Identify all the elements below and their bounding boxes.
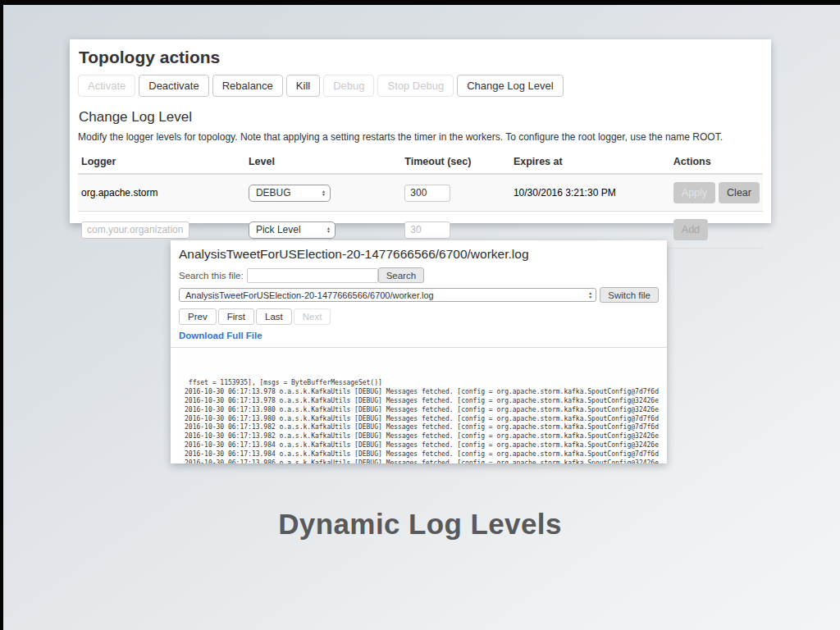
table-row: org.apache.storm DEBUG ▲▼ 10/30/2016 3:2…	[78, 174, 763, 212]
select-arrows-icon: ▲▼	[322, 189, 326, 197]
log-line: 2016-10-30 06:17:13.986 o.a.s.k.KafkaUti…	[185, 459, 659, 463]
log-line: 2016-10-30 06:17:13.982 o.a.s.k.KafkaUti…	[185, 432, 659, 441]
column-header-level: Level	[245, 149, 401, 174]
log-line: 2016-10-30 06:17:13.980 o.a.s.k.KafkaUti…	[185, 415, 659, 424]
change-log-level-heading: Change Log Level	[79, 109, 763, 126]
log-content: ffset = 1153935], [msgs = ByteBufferMess…	[179, 348, 659, 463]
table-header-row: Logger Level Timeout (sec) Expires at Ac…	[78, 149, 763, 174]
new-logger-input[interactable]	[81, 221, 189, 239]
search-button[interactable]: Search	[378, 267, 424, 283]
pagination-button[interactable]: Last	[256, 308, 292, 325]
select-arrows-icon: ▲▼	[588, 291, 592, 299]
column-header-actions: Actions	[670, 149, 763, 174]
apply-button[interactable]: Apply	[673, 182, 715, 203]
log-line: 2016-10-30 06:17:13.980 o.a.s.k.KafkaUti…	[185, 406, 659, 415]
column-header-timeout: Timeout (sec)	[401, 149, 510, 174]
topology-action-button[interactable]: Kill	[286, 75, 320, 97]
topology-action-button[interactable]: Activate	[78, 75, 135, 97]
download-full-file-link[interactable]: Download Full File	[179, 331, 659, 340]
log-line: 2016-10-30 06:17:13.978 o.a.s.k.KafkaUti…	[185, 397, 659, 406]
search-label: Search this file:	[179, 271, 244, 281]
slide-edge-left	[0, 0, 3, 630]
pagination-button[interactable]: Next	[294, 308, 331, 325]
pick-level-select-value: Pick Level	[256, 224, 301, 235]
topology-action-button[interactable]: Change Log Level	[457, 75, 564, 97]
log-file-title: AnalysisTweetForUSElection-20-1477666566…	[179, 244, 659, 267]
log-line: 2016-10-30 06:17:13.984 o.a.s.k.KafkaUti…	[185, 441, 659, 450]
logger-name-cell: org.apache.storm	[78, 174, 245, 212]
column-header-logger: Logger	[78, 149, 245, 174]
topology-panel-title: Topology actions	[78, 39, 763, 75]
log-level-table: Logger Level Timeout (sec) Expires at Ac…	[78, 149, 763, 249]
log-viewer-panel: AnalysisTweetForUSElection-20-1477666566…	[171, 240, 667, 463]
new-timeout-input[interactable]	[404, 221, 450, 239]
log-line: ffset = 1153935], [msgs = ByteBufferMess…	[185, 379, 659, 388]
select-arrows-icon: ▲▼	[326, 226, 331, 234]
pick-level-select[interactable]: Pick Level ▲▼	[249, 221, 336, 239]
pagination-button[interactable]: First	[218, 308, 254, 325]
level-select[interactable]: DEBUG ▲▼	[249, 185, 331, 202]
log-line: 2016-10-30 06:17:13.984 o.a.s.k.KafkaUti…	[185, 450, 659, 459]
topology-action-button[interactable]: Debug	[323, 75, 374, 97]
add-button[interactable]: Add	[673, 219, 708, 240]
search-input[interactable]	[247, 268, 378, 283]
column-header-expires: Expires at	[510, 149, 670, 174]
topology-action-button[interactable]: Deactivate	[139, 75, 208, 97]
pagination-button[interactable]: Prev	[179, 308, 217, 325]
switch-file-button[interactable]: Switch file	[600, 287, 659, 303]
log-pagination: PrevFirstLastNext	[179, 308, 659, 325]
log-line: 2016-10-30 06:17:13.978 o.a.s.k.KafkaUti…	[185, 388, 659, 397]
level-select-value: DEBUG	[256, 187, 291, 199]
topology-action-toolbar: ActivateDeactivateRebalanceKillDebugStop…	[78, 75, 763, 97]
log-line: 2016-10-30 06:17:13.982 o.a.s.k.KafkaUti…	[185, 423, 659, 432]
expires-at-cell: 10/30/2016 3:21:30 PM	[510, 174, 670, 212]
topology-action-button[interactable]: Stop Debug	[377, 75, 454, 97]
change-log-level-description: Modify the logger levels for topology. N…	[78, 131, 763, 143]
clear-button[interactable]: Clear	[719, 182, 760, 203]
timeout-input[interactable]	[404, 185, 450, 202]
slide-caption: Dynamic Log Levels	[0, 508, 840, 541]
topology-action-button[interactable]: Rebalance	[212, 75, 283, 97]
topology-actions-panel: Topology actions ActivateDeactivateRebal…	[70, 39, 771, 223]
slide-edge-top	[0, 0, 840, 5]
file-select-value: AnalysisTweetForUSElection-20-1477666566…	[185, 290, 434, 300]
file-select[interactable]: AnalysisTweetForUSElection-20-1477666566…	[179, 288, 596, 302]
